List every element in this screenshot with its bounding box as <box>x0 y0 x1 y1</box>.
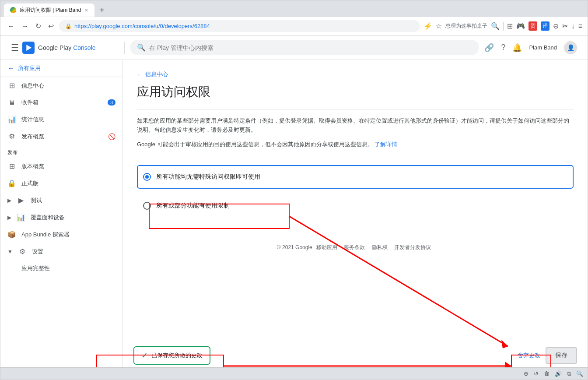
game-icon[interactable]: 🎮 <box>516 22 525 30</box>
breadcrumb-label: 信息中心 <box>145 70 168 78</box>
trade-icon[interactable]: 贸 <box>528 21 537 31</box>
search-text: 总理为这事拍桌子 <box>445 22 487 30</box>
minus-icon[interactable]: ⊖ <box>553 22 559 30</box>
lock-icon: 🔒 <box>65 23 72 29</box>
menu-icon[interactable]: ≡ <box>578 22 582 30</box>
settings-icon: ⚙ <box>18 247 27 256</box>
sidebar-item-app-bundle[interactable]: 📦 App Bundle 探索器 <box>0 226 122 243</box>
breadcrumb[interactable]: ← 信息中心 <box>137 70 574 78</box>
save-status-text: 已保存您所做的更改 <box>151 352 203 359</box>
link-icon-btn[interactable]: 🔗 <box>484 43 494 53</box>
tab-bar: 应用访问权限 | Plam Band × + <box>0 0 588 17</box>
search-icon: 🔍 <box>137 43 146 52</box>
all-apps-button[interactable]: ← 所有应用 <box>0 60 122 77</box>
version-icon: ⊞ <box>7 162 16 170</box>
tab-close-btn[interactable]: × <box>84 7 88 14</box>
description-text-1: 如果您的应用的某些部分需要用户满足特定条件（例如，提供登录凭据、取得会员资格、在… <box>137 116 574 135</box>
search-bar[interactable]: 🔍 <box>130 40 479 55</box>
sidebar-nav: ⊞ 信息中心 🖥 收件箱 3 📊 统计信息 <box>0 77 122 367</box>
search-btn[interactable]: 🔍 <box>491 22 500 30</box>
translate-icon[interactable]: 译 <box>541 21 550 31</box>
app-container: ☰ <box>0 35 588 367</box>
status-bar: ⊕ ↺ 🗑 🔊 ⧉ 🔍 <box>0 367 588 380</box>
option-has-restriction[interactable]: 所有或部分功能有使用限制 <box>137 194 574 218</box>
avatar[interactable]: 👤 <box>564 41 577 54</box>
cut-icon[interactable]: ✂ <box>562 22 568 30</box>
coverage-icon: 📊 <box>17 213 25 222</box>
url-text: https://play.google.com/console/u/0/deve… <box>74 23 210 29</box>
header-icons: 🔗 ? 🔔 Plam Band 👤 <box>484 41 577 54</box>
footer-link-terms[interactable]: 服务条款 <box>344 244 365 250</box>
hamburger-button[interactable]: ☰ <box>11 42 19 53</box>
body-area: ← 所有应用 ⊞ 信息中心 🖥 收件箱 3 <box>0 60 588 367</box>
stats-icon: 📊 <box>7 115 16 123</box>
discard-button[interactable]: 舍弃更改 <box>518 352 540 359</box>
new-tab-button[interactable]: + <box>96 4 108 17</box>
footer-link-privacy[interactable]: 隐私权 <box>372 244 388 250</box>
tab-title: 应用访问权限 | Plam Band <box>20 7 81 14</box>
address-bar: ← → ↻ ↩ 🔒 https://play.google.com/consol… <box>0 17 588 35</box>
back-arrow-icon: ← <box>7 64 14 72</box>
sidebar-item-inbox[interactable]: 🖥 收件箱 3 <box>0 94 122 111</box>
save-button[interactable]: 保存 <box>546 347 577 364</box>
release-icon: ⚙ <box>7 132 16 141</box>
bottom-right-actions: 舍弃更改 保存 <box>518 347 577 364</box>
inbox-badge: 3 <box>108 99 116 106</box>
grid-icon[interactable]: ⊞ <box>507 22 513 30</box>
nav-reload-button[interactable]: ↻ <box>34 20 43 32</box>
browser-tab[interactable]: 应用访问权限 | Plam Band × <box>4 4 94 17</box>
expand-left-icon2: ▶ <box>7 215 11 221</box>
download-icon[interactable]: ↓ <box>571 22 575 30</box>
help-icon-btn[interactable]: ? <box>501 43 505 52</box>
status-icon-4[interactable]: 🔊 <box>555 370 562 377</box>
footer-link-mobile[interactable]: 移动应用 <box>316 244 337 250</box>
save-status-indicator: ✓ 已保存您所做的更改 <box>133 346 210 365</box>
status-icon-2[interactable]: ↺ <box>534 370 539 377</box>
title-divider <box>137 109 574 109</box>
sidebar-item-dashboard[interactable]: ⊞ 信息中心 <box>0 77 122 94</box>
sidebar-item-app-integrity[interactable]: 应用完整性 <box>0 260 122 277</box>
sidebar-item-release-overview[interactable]: ⚙ 发布概览 🚫 <box>0 128 122 145</box>
option-no-restriction-label: 所有功能均无需特殊访问权限即可使用 <box>156 173 260 181</box>
status-icon-5[interactable]: ⧉ <box>567 370 571 377</box>
footer-link-developer[interactable]: 开发者分发协议 <box>394 244 431 250</box>
app-bundle-icon: 📦 <box>7 230 16 239</box>
url-bar[interactable]: 🔒 https://play.google.com/console/u/0/de… <box>59 20 420 32</box>
radio-no-restriction <box>143 173 151 181</box>
options-divider <box>137 156 574 156</box>
tab-favicon <box>10 7 16 13</box>
sidebar-item-official[interactable]: 🔒 正式版 <box>0 175 122 192</box>
search-input[interactable] <box>149 44 472 51</box>
sidebar-item-test[interactable]: ▶ ▶ 测试 <box>0 192 122 209</box>
sidebar-item-coverage[interactable]: ▶ 📊 覆盖面和设备 <box>0 209 122 226</box>
dashboard-icon: ⊞ <box>7 81 16 90</box>
status-icon-3[interactable]: 🗑 <box>544 370 550 377</box>
nav-forward-button[interactable]: → <box>20 21 30 32</box>
sidebar-item-settings[interactable]: ▼ ⚙ 设置 <box>0 243 122 260</box>
status-icon-6[interactable]: 🔍 <box>576 370 583 377</box>
radio-has-restriction <box>143 202 151 210</box>
lightning-icon: ⚡ <box>424 22 432 30</box>
learn-more-link[interactable]: 了解详情 <box>374 141 397 148</box>
breadcrumb-back-icon: ← <box>137 71 143 78</box>
notification-icon-btn[interactable]: 🔔 <box>512 43 522 53</box>
nav-history-button[interactable]: ↩ <box>46 20 56 32</box>
nav-back-button[interactable]: ← <box>6 21 16 32</box>
main-content: ← 信息中心 应用访问权限 如果您的应用的某些部分需要用户满足特定条件（例如，提… <box>123 60 588 367</box>
sidebar-item-version-overview[interactable]: ⊞ 版本概览 <box>0 158 122 175</box>
app-wrapper: ☰ <box>0 35 588 367</box>
page-title: 应用访问权限 <box>137 84 574 100</box>
bottom-bar: ✓ 已保存您所做的更改 舍弃更改 保存 <box>123 343 588 367</box>
inbox-icon: 🖥 <box>7 99 16 106</box>
settings-expand-icon: ▼ <box>7 249 13 255</box>
sidebar-item-stats[interactable]: 📊 统计信息 <box>0 111 122 128</box>
status-icon-1[interactable]: ⊕ <box>524 370 528 377</box>
separator <box>503 22 504 31</box>
option-no-restriction[interactable]: 所有功能均无需特殊访问权限即可使用 <box>137 165 574 189</box>
star-icon[interactable]: ☆ <box>436 22 442 30</box>
option-has-restriction-label: 所有或部分功能有使用限制 <box>156 202 230 210</box>
official-icon: 🔒 <box>7 179 16 187</box>
page-footer: © 2021 Google 移动应用 服务条款 隐私权 开发者分发协议 <box>137 235 574 260</box>
sidebar: ← 所有应用 ⊞ 信息中心 🖥 收件箱 3 <box>0 60 123 367</box>
test-icon: ▶ <box>17 196 25 204</box>
